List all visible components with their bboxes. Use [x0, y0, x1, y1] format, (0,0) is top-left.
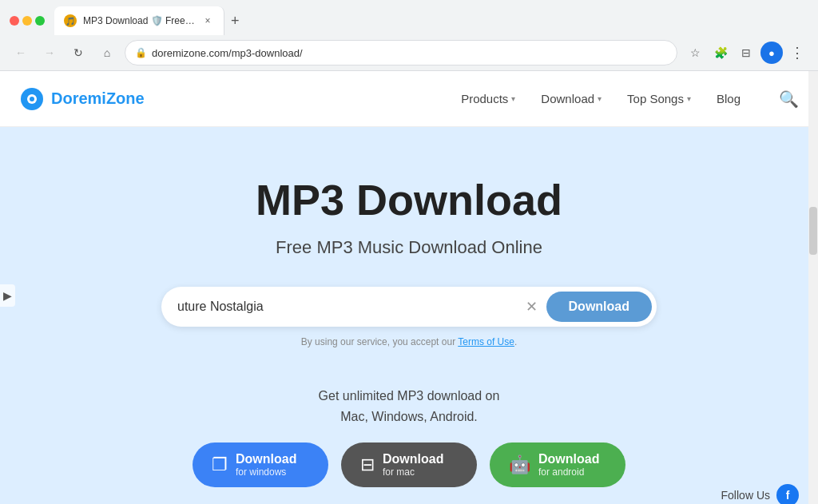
windows-btn-label: Download for windows [236, 452, 296, 478]
download-chevron: ▾ [598, 94, 602, 103]
tab-favicon: 🎵 [64, 14, 77, 27]
top-songs-nav-link[interactable]: Top Songs ▾ [627, 92, 691, 105]
blog-label: Blog [717, 92, 741, 105]
url-text: doremizone.com/mp3-download/ [152, 47, 667, 59]
hero-section: MP3 Download Free MP3 Music Download Onl… [0, 127, 818, 504]
platform-buttons: ❐ Download for windows ⊟ Download for ma… [193, 442, 625, 487]
profile-button[interactable]: ● [760, 42, 783, 64]
active-tab[interactable]: 🎵 MP3 Download 🛡️ Free MP3 M... × [54, 6, 224, 35]
bookmark-button[interactable]: ☆ [684, 42, 706, 64]
logo-text: DoremiZone [51, 89, 145, 108]
svg-point-2 [30, 97, 34, 101]
clear-search-button[interactable]: ✕ [521, 296, 543, 318]
windows-icon: ❐ [212, 454, 228, 475]
top-songs-label: Top Songs [627, 92, 684, 105]
download-label: Download [541, 92, 594, 105]
follow-us: Follow Us f [721, 484, 799, 504]
nav-links: Products ▾ Download ▾ Top Songs ▾ Blog 🔍 [461, 89, 799, 109]
cast-button[interactable]: ⊟ [735, 42, 757, 64]
android-icon: 🤖 [509, 454, 530, 475]
logo[interactable]: DoremiZone [19, 86, 145, 112]
lock-icon: 🔒 [135, 47, 147, 58]
search-icon-button[interactable]: 🔍 [779, 89, 799, 109]
side-expand-arrow[interactable]: ▶ [0, 284, 15, 307]
back-button[interactable]: ← [10, 42, 32, 64]
address-bar: ← → ↻ ⌂ 🔒 doremizone.com/mp3-download/ ☆… [0, 35, 818, 70]
download-nav-link[interactable]: Download ▾ [541, 92, 602, 105]
products-chevron: ▾ [511, 94, 515, 103]
new-tab-button[interactable]: + [224, 10, 246, 33]
terms-of-use-link[interactable]: Terms of Use [458, 336, 514, 347]
mac-icon: ⊟ [360, 454, 375, 475]
download-mac-button[interactable]: ⊟ Download for mac [341, 442, 477, 487]
platform-section: Get unlimited MP3 download onMac, Window… [193, 386, 625, 487]
products-label: Products [461, 92, 508, 105]
window-maximize-button[interactable] [35, 16, 45, 26]
hero-subtitle: Free MP3 Music Download Online [276, 237, 542, 258]
download-android-button[interactable]: 🤖 Download for android [490, 442, 625, 487]
android-btn-label: Download for android [538, 452, 599, 478]
facebook-icon[interactable]: f [776, 484, 799, 504]
website: DoremiZone Products ▾ Download ▾ Top Son… [0, 71, 818, 504]
hero-title: MP3 Download [256, 175, 562, 224]
tab-close-button[interactable]: × [201, 14, 214, 27]
top-songs-chevron: ▾ [687, 94, 691, 103]
follow-us-label: Follow Us [721, 489, 770, 502]
platform-text: Get unlimited MP3 download onMac, Window… [193, 386, 625, 427]
logo-icon [19, 86, 45, 112]
window-close-button[interactable] [10, 16, 19, 26]
scrollbar-thumb[interactable] [809, 207, 817, 255]
toolbar-icons: ☆ 🧩 ⊟ ● ⋮ [684, 42, 808, 64]
site-nav: DoremiZone Products ▾ Download ▾ Top Son… [0, 71, 818, 127]
extensions-button[interactable]: 🧩 [709, 42, 732, 64]
terms-text: By using our service, you accept our Ter… [301, 336, 518, 347]
window-controls [10, 16, 45, 26]
window-minimize-button[interactable] [22, 16, 32, 26]
scrollbar[interactable] [808, 71, 818, 504]
reload-button[interactable]: ↻ [67, 42, 89, 64]
search-box: ✕ Download [161, 287, 657, 327]
download-windows-button[interactable]: ❐ Download for windows [193, 442, 328, 487]
forward-button[interactable]: → [38, 42, 61, 64]
mac-btn-label: Download for mac [383, 452, 443, 478]
tab-title: MP3 Download 🛡️ Free MP3 M... [83, 15, 195, 26]
url-bar[interactable]: 🔒 doremizone.com/mp3-download/ [125, 40, 677, 65]
search-download-button[interactable]: Download [546, 292, 652, 322]
search-input[interactable] [177, 300, 521, 314]
menu-button[interactable]: ⋮ [786, 42, 808, 64]
blog-nav-link[interactable]: Blog [717, 92, 741, 105]
tab-bar: 🎵 MP3 Download 🛡️ Free MP3 M... × + [54, 6, 246, 35]
title-bar: 🎵 MP3 Download 🛡️ Free MP3 M... × + [0, 0, 818, 35]
browser-chrome: 🎵 MP3 Download 🛡️ Free MP3 M... × + ← → … [0, 0, 818, 71]
products-nav-link[interactable]: Products ▾ [461, 92, 515, 105]
home-button[interactable]: ⌂ [96, 42, 118, 64]
